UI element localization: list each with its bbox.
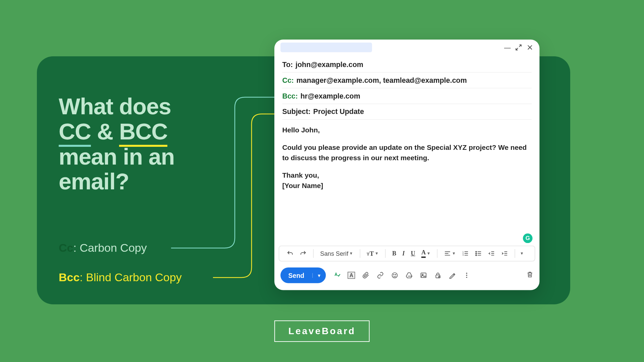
- emoji-icon[interactable]: [390, 272, 399, 279]
- send-dropdown-icon[interactable]: ▼: [312, 273, 326, 278]
- bottom-bar: Send ▼ A: [274, 261, 539, 290]
- subject-value: Project Update: [313, 108, 364, 116]
- drive-icon[interactable]: [405, 272, 413, 279]
- headline-line1: What does: [59, 94, 171, 119]
- trash-icon[interactable]: [526, 271, 533, 280]
- headline-cc: CC: [59, 119, 91, 147]
- legend-cc-label: Cc: [59, 241, 73, 254]
- to-label: To:: [282, 60, 293, 69]
- bullet-list-icon[interactable]: [474, 249, 483, 258]
- email-compose-window: ― To: john@example.com Cc: manager@examp…: [274, 40, 539, 290]
- legend-bcc: Bcc: Blind Carbon Copy: [59, 271, 182, 284]
- undo-icon[interactable]: [285, 249, 295, 258]
- svg-point-3: [476, 251, 477, 252]
- underline-icon[interactable]: U: [410, 249, 417, 258]
- align-icon[interactable]: ▼: [443, 249, 457, 258]
- redo-icon[interactable]: [299, 249, 308, 258]
- body-paragraph: Could you please provide an update on th…: [282, 142, 532, 163]
- confidential-icon[interactable]: [433, 272, 442, 279]
- text-format-icon[interactable]: A: [347, 272, 356, 279]
- headline-line3: mean in an: [59, 144, 174, 169]
- font-select[interactable]: Sans Serif▼: [319, 249, 355, 258]
- more-format-icon[interactable]: ▼: [518, 250, 525, 256]
- legend-bcc-label: Bcc: [59, 271, 79, 284]
- headline-bcc: BCC: [119, 119, 167, 147]
- body-signature: [Your Name]: [282, 182, 323, 189]
- cc-label: Cc:: [282, 76, 294, 84]
- bold-icon[interactable]: B: [391, 249, 397, 258]
- legend-cc-def: Carbon Copy: [79, 241, 147, 254]
- numbered-list-icon[interactable]: 123: [461, 249, 470, 258]
- send-label[interactable]: Send: [280, 272, 312, 279]
- svg-point-4: [476, 253, 477, 254]
- bcc-value: hr@example.com: [301, 92, 360, 100]
- svg-point-5: [476, 255, 477, 256]
- svg-point-13: [466, 273, 467, 274]
- signature-icon[interactable]: [448, 272, 457, 279]
- brand-logo: LeaveBoard: [274, 320, 370, 342]
- legend-cc: Cc: Carbon Copy: [59, 241, 147, 254]
- cc-value: manager@example.com, teamlead@example.co…: [297, 76, 467, 84]
- svg-point-15: [466, 277, 467, 278]
- body-thanks: Thank you,: [282, 172, 319, 179]
- email-body[interactable]: Hello John, Could you please provide an …: [274, 120, 539, 246]
- body-greeting: Hello John,: [282, 125, 532, 135]
- subject-chip: [280, 43, 372, 52]
- svg-point-6: [392, 273, 397, 278]
- svg-rect-9: [421, 273, 426, 278]
- expand-icon[interactable]: [515, 44, 522, 51]
- send-button[interactable]: Send ▼: [280, 267, 326, 283]
- indent-icon[interactable]: [500, 249, 509, 258]
- attach-icon[interactable]: [361, 272, 370, 279]
- outdent-icon[interactable]: [487, 249, 496, 258]
- minimize-icon[interactable]: ―: [504, 44, 511, 51]
- subject-label: Subject:: [282, 108, 311, 116]
- format-toolbar: Sans Serif▼ TT▼ B I U A▼ ▼ 123 ▼: [279, 246, 535, 261]
- cc-field[interactable]: Cc: manager@example.com, teamlead@exampl…: [282, 73, 532, 88]
- image-icon[interactable]: [419, 272, 428, 279]
- grammarly-icon[interactable]: G: [523, 234, 533, 243]
- spellcheck-icon[interactable]: [333, 272, 341, 279]
- link-icon[interactable]: [376, 272, 384, 279]
- svg-point-7: [393, 275, 394, 275]
- italic-icon[interactable]: I: [401, 249, 406, 258]
- compose-titlebar: ―: [274, 40, 539, 55]
- text-color-icon[interactable]: A▼: [420, 248, 432, 259]
- bcc-field[interactable]: Bcc: hr@example.com: [282, 88, 532, 104]
- headline-amp: &: [91, 119, 119, 144]
- headline-line4: email?: [59, 169, 129, 194]
- to-value: john@example.com: [296, 60, 363, 69]
- subject-field[interactable]: Subject: Project Update: [282, 104, 532, 120]
- close-icon[interactable]: [526, 44, 533, 51]
- email-fields: To: john@example.com Cc: manager@example…: [274, 55, 539, 120]
- svg-text:3: 3: [463, 254, 464, 256]
- svg-point-14: [466, 275, 467, 276]
- headline: What does CC & BCC mean in an email?: [59, 94, 247, 194]
- legend-bcc-def: Blind Carbon Copy: [86, 271, 181, 284]
- svg-point-8: [395, 275, 396, 275]
- bcc-label: Bcc:: [282, 92, 298, 100]
- more-options-icon[interactable]: [462, 272, 471, 279]
- to-field[interactable]: To: john@example.com: [282, 57, 532, 73]
- font-size-icon[interactable]: TT▼: [365, 249, 380, 258]
